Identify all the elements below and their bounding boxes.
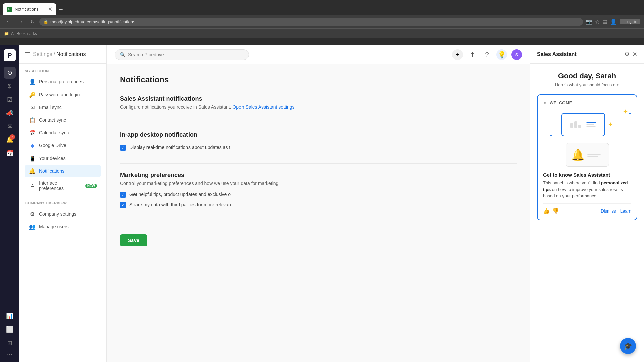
check-icon-2: ✓	[121, 192, 125, 197]
top-bar: 🔍 + ⬆ ? 💡 S	[107, 45, 530, 64]
realtime-checkbox-row: ✓ Display real-time notifications about …	[120, 144, 517, 151]
plus-top-right: +	[629, 111, 631, 116]
breadcrumb-current: Notifications	[56, 51, 86, 57]
company-section: COMPANY OVERVIEW ⚙ Company settings 👥 Ma…	[19, 196, 106, 235]
nav-icon-activities[interactable]: ☑	[4, 94, 16, 106]
calendar-icon: 📅	[29, 129, 36, 136]
bookmarks-icon: 📁	[4, 31, 9, 36]
tab-favicon: P	[7, 7, 12, 12]
assistant-icon[interactable]: 💡	[496, 49, 507, 60]
personal-icon: 👤	[29, 78, 36, 85]
breadcrumb-settings[interactable]: Settings	[33, 51, 52, 57]
save-button[interactable]: Save	[120, 234, 147, 246]
refresh-button[interactable]: ↻	[28, 18, 37, 26]
sales-assistant-panel: Sales Assistant ⚙ ✕ Good day, Sarah Here…	[530, 45, 644, 362]
search-bar[interactable]: 🔍	[115, 49, 249, 60]
address-bar[interactable]: 🔒 moodjoy.pipedrive.com/settings/notific…	[39, 18, 583, 26]
check-icon: ✓	[121, 145, 125, 150]
profile-icon[interactable]: 👤	[610, 19, 617, 25]
back-button[interactable]: ←	[4, 18, 13, 25]
nav-icon-mail[interactable]: ✉	[4, 120, 16, 132]
nav-icon-insights[interactable]: 📊	[4, 310, 16, 322]
bell-row: 🔔	[543, 143, 631, 169]
browser-chrome: P Notifications ✕ + ← → ↻ 🔒 moodjoy.pipe…	[0, 0, 644, 45]
personal-label: Personal preferences	[39, 79, 97, 84]
sidebar-item-password[interactable]: 🔑 Password and login	[25, 88, 101, 101]
sidebar-header: ☰ Settings / Notifications	[19, 45, 106, 64]
plus-bottom-left: +	[550, 133, 552, 138]
sidebar-item-google[interactable]: ◆ Google Drive	[25, 139, 101, 152]
sidebar-item-personal[interactable]: 👤 Personal preferences	[25, 76, 101, 88]
new-tab-button[interactable]: +	[56, 5, 66, 15]
chart-bar-3	[578, 125, 581, 128]
in-app-title: In-app desktop notification	[120, 131, 517, 138]
tips-checkbox[interactable]: ✓	[120, 192, 126, 198]
nav-icon-deals[interactable]: $	[4, 80, 16, 92]
forward-button[interactable]: →	[16, 18, 25, 25]
welcome-label: WELCOME	[550, 101, 572, 105]
browser-nav-icons: 📷 ☆ ▤ 👤 Incognito	[586, 19, 640, 25]
sidebar-toggle-icon[interactable]: ☰	[25, 51, 30, 58]
breadcrumb: Settings / Notifications	[33, 51, 86, 57]
bell-lines	[585, 151, 603, 159]
open-settings-link[interactable]: Open Sales Assistant settings	[232, 104, 294, 110]
sidebar-item-company[interactable]: ⚙ Company settings	[25, 208, 101, 220]
line-2	[586, 124, 594, 125]
tab-close-button[interactable]: ✕	[48, 6, 52, 12]
nav-icon-notifications[interactable]: 🔔 2	[4, 134, 16, 146]
sidebar-icon[interactable]: ▤	[602, 19, 607, 25]
sidebar-item-email[interactable]: ✉ Email sync	[25, 101, 101, 113]
nav-icon-leads[interactable]: 📣	[4, 107, 16, 119]
card-info-title: Get to know Sales Assistant	[543, 172, 631, 178]
bell-line-2	[587, 156, 598, 157]
camera-icon[interactable]: 📷	[586, 19, 592, 25]
bookmarks-label[interactable]: All Bookmarks	[11, 31, 37, 36]
fab-button[interactable]: 🎓	[620, 338, 636, 354]
nav-more[interactable]: ···	[7, 350, 13, 358]
marketing-desc: Control your marketing preferences and h…	[120, 181, 517, 186]
learn-button[interactable]: Learn	[620, 208, 631, 214]
upload-icon[interactable]: ⬆	[467, 49, 478, 60]
password-icon: 🔑	[29, 91, 36, 98]
share-checkbox[interactable]: ✓	[120, 202, 126, 208]
nav-icon-calendar[interactable]: 📅	[4, 147, 16, 159]
greeting-sub: Here's what you should focus on:	[537, 82, 637, 87]
panel-settings-icon[interactable]: ⚙	[624, 51, 630, 58]
mini-chart	[568, 119, 584, 131]
sales-assistant-desc: Configure notifications you receive in S…	[120, 104, 517, 110]
thumbs-down-icon[interactable]: 👎	[552, 208, 559, 214]
thumbs-up-icon[interactable]: 👍	[543, 208, 550, 214]
email-icon: ✉	[29, 104, 36, 111]
tips-label: Get helpful tips, product updates and ex…	[129, 191, 231, 198]
panel-close-icon[interactable]: ✕	[632, 51, 637, 58]
bookmarks-bar: 📁 All Bookmarks	[0, 28, 644, 38]
page-body: Notifications Sales Assistant notificati…	[107, 64, 530, 257]
share-checkbox-row: ✓ Share my data with third parties for m…	[120, 202, 517, 208]
sidebar-item-calendar[interactable]: 📅 Calendar sync	[25, 127, 101, 139]
sidebar-item-notifications[interactable]: 🔔 Notifications	[25, 165, 101, 177]
incognito-badge: Incognito	[620, 19, 640, 24]
panel-header: Sales Assistant ⚙ ✕	[530, 45, 644, 64]
tips-checkbox-row: ✓ Get helpful tips, product updates and …	[120, 191, 517, 198]
nav-icon-grid[interactable]: ⊞	[4, 337, 16, 349]
help-icon[interactable]: ?	[482, 49, 492, 60]
active-tab[interactable]: P Notifications ✕	[3, 3, 56, 15]
sidebar: ☰ Settings / Notifications MY ACCOUNT 👤 …	[19, 45, 107, 362]
sidebar-item-contact[interactable]: 📋 Contact sync	[25, 114, 101, 126]
search-input[interactable]	[128, 52, 244, 57]
icon-nav: P ⊙ $ ☑ 📣 ✉ 🔔 2 📅 📊 ⬜ ⊞ ···	[0, 45, 19, 362]
sidebar-item-devices[interactable]: 📱 Your devices	[25, 152, 101, 164]
nav-icon-home[interactable]: ⊙	[4, 67, 16, 79]
dismiss-button[interactable]: Dismiss	[601, 208, 616, 214]
sidebar-item-interface[interactable]: 🖥 Interface preferences NEW	[25, 178, 101, 194]
sidebar-item-users[interactable]: 👥 Manage users	[25, 221, 101, 233]
my-account-section: MY ACCOUNT 👤 Personal preferences 🔑 Pass…	[19, 64, 106, 196]
avatar[interactable]: S	[511, 49, 522, 60]
realtime-checkbox[interactable]: ✓	[120, 145, 126, 151]
nav-icon-products[interactable]: ⬜	[4, 323, 16, 336]
app-logo[interactable]: P	[4, 49, 16, 61]
add-button[interactable]: +	[452, 49, 463, 60]
sales-assistant-desc-text: Configure notifications you receive in S…	[120, 104, 231, 110]
sparkle-icon: ✦	[543, 100, 547, 106]
star-icon[interactable]: ☆	[595, 19, 600, 25]
